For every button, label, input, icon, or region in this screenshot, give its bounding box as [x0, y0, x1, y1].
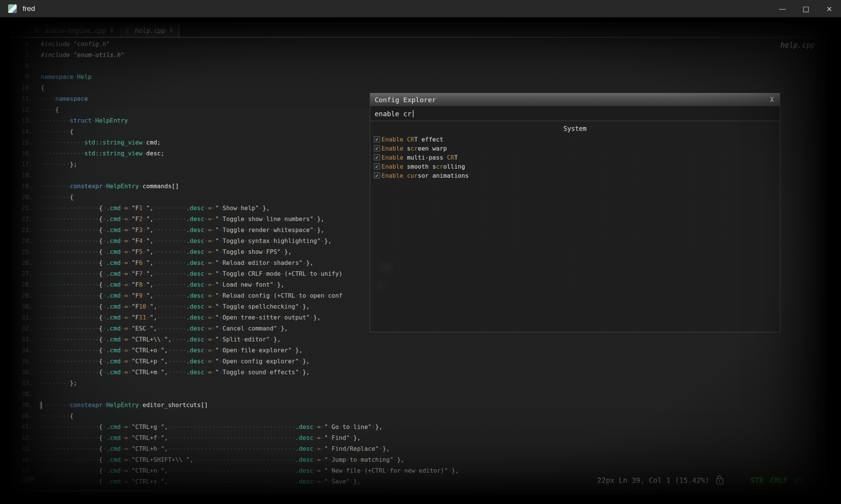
line-number: 44. — [11, 454, 32, 465]
line-code: ········{ — [41, 126, 74, 137]
status-flag-STX: STX — [750, 476, 763, 484]
line-code: ················{·.cmd·=·"CTRL+SHIFT+\\·… — [41, 454, 404, 465]
line-number: 33. — [11, 334, 32, 345]
line-number: 42. — [11, 432, 32, 443]
os-titlebar: fred — □ × — [0, 0, 841, 17]
line-number: 11. — [11, 93, 32, 104]
config-option-row[interactable]: ✓Enable CRT effect — [370, 135, 780, 144]
tab-label: help.cpp — [135, 27, 166, 34]
popup-search[interactable]: enable cr — [370, 106, 780, 121]
line-code: ················{·.cmd·=·"F10·",········… — [41, 301, 310, 312]
code-line: 45.················{·.cmd·=·"CTRL+n·",··… — [11, 465, 826, 476]
code-line: 33.················{·.cmd·=·"CTRL+\\·",·… — [11, 334, 826, 345]
code-line: 34.················{·.cmd·=·"CTRL+o·",··… — [11, 345, 826, 356]
popup-title: Config Explorer — [375, 96, 770, 104]
line-number: 17. — [11, 159, 32, 170]
status-flag-CRLF: CRLF — [770, 476, 787, 484]
line-code: ················{·.cmd·=·"CTRL+\\·",····… — [41, 334, 281, 345]
config-option-label: Enable cursor animations — [381, 172, 469, 179]
line-number: 35. — [11, 356, 32, 367]
code-line: 38. — [11, 389, 826, 400]
line-code: ················{·.cmd·=·"ESC·",········… — [41, 323, 288, 334]
checkbox[interactable]: ✓ — [374, 154, 380, 160]
line-number: 20. — [11, 192, 32, 203]
line-number: 10. — [11, 82, 32, 93]
close-button[interactable]: × — [818, 0, 841, 17]
window-title: fred — [23, 5, 35, 13]
line-number: 45. — [11, 465, 32, 476]
line-number: 14. — [11, 126, 32, 137]
editor-screen: C+audio-engine.cppXC+help.cppX help.cpp … — [11, 22, 826, 495]
line-number: 37. — [11, 378, 32, 389]
tab-help.cpp[interactable]: C+help.cppX — [120, 24, 179, 37]
line-code: ········constexpr·HelpEntry·editor_short… — [41, 400, 208, 410]
line-code: ········}; — [41, 159, 77, 170]
checkbox[interactable]: ✓ — [374, 172, 380, 178]
lock-icon — [716, 478, 723, 484]
line-code: namespace·Help — [41, 71, 92, 82]
tab-bar: C+audio-engine.cppXC+help.cppX — [29, 24, 179, 37]
line-number: 12. — [11, 104, 32, 115]
line-code: ········{ — [41, 410, 74, 421]
line-number: 27. — [11, 268, 32, 279]
line-code: ········}; — [41, 378, 77, 389]
tab-audio-engine.cpp[interactable]: C+audio-engine.cppX — [29, 24, 120, 37]
tab-close-icon[interactable]: X — [110, 27, 114, 34]
line-number: 15. — [11, 137, 32, 148]
line-number: 7. — [11, 49, 32, 60]
line-code: ············std::string_view·desc; — [41, 148, 165, 159]
config-option-row[interactable]: ✓Enable smooth scrolling — [370, 162, 780, 171]
code-line: 35.················{·.cmd·=·"CTRL+p·",··… — [11, 356, 826, 367]
line-code: ········constexpr·HelpEntry·commands[] — [41, 181, 179, 192]
status-flags: STXCRLFWS — [750, 476, 803, 484]
line-number: 25. — [11, 246, 32, 257]
search-input[interactable]: enable cr — [375, 110, 412, 118]
line-number: 26. — [11, 257, 32, 268]
line-code: ················{·.cmd·=·"F8·",·········… — [41, 279, 284, 290]
line-code: ····namespace — [41, 93, 88, 104]
minimize-button[interactable]: — — [771, 0, 794, 17]
line-number: 39. — [11, 400, 32, 410]
line-code: ················{·.cmd·=·"CTRL+f·",·····… — [41, 432, 361, 443]
code-line: 9.namespace·Help — [11, 71, 826, 82]
checkbox[interactable]: ✓ — [374, 145, 380, 151]
screen-edge-glow — [18, 490, 393, 491]
line-code: ········struct·HelpEntry — [41, 115, 128, 126]
line-number: 32. — [11, 323, 32, 334]
line-code: ················{·.cmd·=·"F1·",·········… — [41, 203, 270, 214]
maximize-button[interactable]: □ — [794, 0, 818, 17]
config-option-row[interactable]: ✓Enable cursor animations — [370, 171, 780, 180]
config-option-row[interactable]: ✓Enable screen warp — [370, 144, 780, 153]
checkbox[interactable]: ✓ — [374, 136, 380, 142]
popup-body: System ✓Enable CRT effect✓Enable screen … — [370, 120, 780, 332]
line-number: 6. — [11, 38, 32, 49]
config-option-list: ✓Enable CRT effect✓Enable screen warp✓En… — [370, 135, 780, 180]
line-number: 19. — [11, 181, 32, 192]
status-right: 22px Ln 39, Col 1 (15.42%) STXCRLFWS — [597, 476, 803, 484]
tab-label: audio-engine.cpp — [45, 27, 106, 34]
line-code: ················{·.cmd·=·"CTRL+n·",·····… — [41, 465, 459, 476]
config-option-label: Enable screen warp — [381, 145, 447, 152]
tab-close-icon[interactable]: X — [169, 27, 173, 34]
line-code: ····{ — [41, 104, 59, 115]
line-code: ················{·.cmd·=·"CTRL+m·",·····… — [41, 367, 310, 378]
status-flag-WS: WS — [794, 476, 803, 484]
line-code: #include·"config.h" — [41, 38, 110, 49]
app-icon — [8, 5, 17, 13]
line-number: 8. — [11, 60, 32, 71]
popup-close-button[interactable]: X — [770, 96, 774, 103]
config-option-row[interactable]: ✓Enable multi-pass CRT — [370, 153, 780, 162]
line-code: ················{·.cmd·=·"CTRL+s·",·····… — [41, 476, 361, 487]
line-code: ················{·.cmd·=·"F5·",·········… — [41, 246, 292, 257]
line-number: 23. — [11, 224, 32, 235]
code-line: 37.········}; — [11, 378, 826, 389]
line-number: 24. — [11, 235, 32, 246]
checkbox[interactable]: ✓ — [374, 163, 380, 169]
line-number: 30. — [11, 301, 32, 312]
line-code: ············std::string_view·cmd; — [41, 137, 161, 148]
code-line: 44.················{·.cmd·=·"CTRL+SHIFT+… — [11, 454, 826, 465]
cursor-position: 22px Ln 39, Col 1 (15.42%) — [597, 476, 709, 484]
line-number: 41. — [11, 421, 32, 432]
line-code: { — [41, 82, 45, 93]
code-line: 8. — [11, 60, 826, 71]
